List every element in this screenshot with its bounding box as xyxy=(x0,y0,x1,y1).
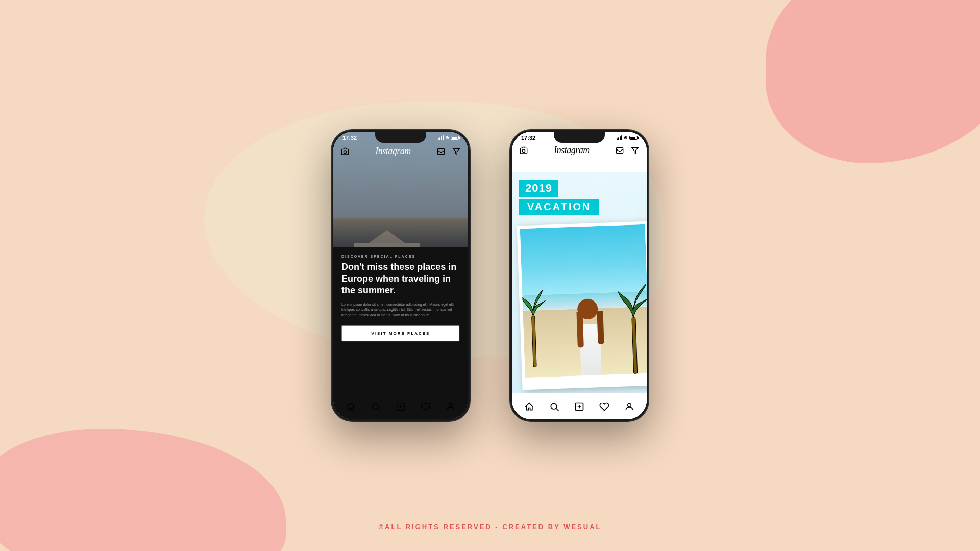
svg-point-4 xyxy=(373,403,379,409)
polaroid-photo xyxy=(517,221,647,390)
body-text: Lorem ipsum dolor sit amet, consectetur … xyxy=(341,302,460,318)
phone-1-inner: 17:32 ⊛ xyxy=(333,132,468,419)
phone-1-notch xyxy=(375,132,426,143)
phones-container: 17:32 ⊛ xyxy=(332,130,648,421)
camera-icon-2[interactable] xyxy=(519,146,528,155)
svg-line-5 xyxy=(378,408,380,411)
bg-blob-bottom-left xyxy=(0,429,286,551)
phone-2-ig-header: Instagram xyxy=(512,142,647,160)
battery-icon xyxy=(451,136,459,140)
phone-2-content: 17:32 ⊛ xyxy=(512,132,647,419)
svg-point-1 xyxy=(344,151,346,153)
heart-nav-icon-1[interactable] xyxy=(420,401,431,412)
bg-blob-top-right xyxy=(766,0,980,163)
svg-marker-3 xyxy=(453,148,459,154)
svg-rect-10 xyxy=(520,148,527,154)
wifi-icon-2: ⊛ xyxy=(624,135,628,140)
visit-more-places-button[interactable]: VISIT MORE PLACES xyxy=(341,325,460,342)
svg-point-11 xyxy=(522,149,525,152)
svg-point-21 xyxy=(627,403,631,407)
svg-line-17 xyxy=(556,408,559,411)
svg-point-9 xyxy=(449,403,452,407)
phone-2-header-icons xyxy=(615,146,640,155)
phone-1-content: 17:32 ⊛ xyxy=(333,132,468,419)
instagram-logo-2: Instagram xyxy=(554,145,590,156)
vacation-badge: VACATION xyxy=(519,199,599,215)
add-nav-icon-1[interactable] xyxy=(395,401,406,412)
vacation-content: 2019 VACATION xyxy=(512,172,647,393)
filter-icon-1[interactable] xyxy=(452,147,461,156)
instagram-logo-1: Instagram xyxy=(375,146,411,157)
filter-icon-2[interactable] xyxy=(630,146,640,155)
phone-1-bottom-nav xyxy=(333,393,468,419)
year-badge: 2019 xyxy=(519,180,558,197)
phone-2-bottom-nav xyxy=(512,393,647,419)
phone-2-status-icons: ⊛ xyxy=(617,135,638,140)
phone-2-time: 17:32 xyxy=(521,135,535,141)
svg-rect-2 xyxy=(437,148,444,154)
palm-right xyxy=(616,277,647,374)
battery-icon-2 xyxy=(629,136,638,140)
svg-rect-14 xyxy=(532,316,536,367)
discover-label: DISCOVER SPECIAL PLACES xyxy=(341,255,460,258)
phone-1-status-icons: ⊛ xyxy=(438,135,459,140)
footer-text: ©ALL RIGHTS RESERVED - CREATED BY WESUAL xyxy=(378,523,601,531)
phone-1: 17:32 ⊛ xyxy=(332,130,470,421)
wifi-icon: ⊛ xyxy=(445,135,449,140)
signal-icon xyxy=(438,135,444,140)
phone-2-inner: 17:32 ⊛ xyxy=(512,132,647,419)
search-nav-icon-2[interactable] xyxy=(549,401,560,412)
phone-1-ig-header: Instagram xyxy=(333,143,468,161)
svg-rect-15 xyxy=(632,318,638,374)
svg-rect-12 xyxy=(616,147,623,153)
palm-left xyxy=(520,285,550,368)
phone-2-notch xyxy=(554,132,605,143)
home-nav-icon-1[interactable] xyxy=(345,401,356,412)
svg-point-16 xyxy=(551,403,557,409)
heart-nav-icon-2[interactable] xyxy=(599,401,610,412)
profile-nav-icon-1[interactable] xyxy=(445,401,456,412)
search-nav-icon-1[interactable] xyxy=(370,401,381,412)
phone-1-time: 17:32 xyxy=(342,135,357,141)
svg-rect-0 xyxy=(341,149,348,155)
profile-nav-icon-2[interactable] xyxy=(624,401,635,412)
main-heading: Don't miss these places in Europe when t… xyxy=(341,261,460,297)
phone-1-header-icons xyxy=(436,147,461,156)
camera-icon[interactable] xyxy=(340,147,350,156)
polaroid-image xyxy=(520,224,647,378)
person-figure xyxy=(571,296,609,376)
home-nav-icon-2[interactable] xyxy=(524,401,535,412)
direct-icon-2[interactable] xyxy=(615,146,624,155)
svg-marker-13 xyxy=(632,147,638,153)
phone-2: 17:32 ⊛ xyxy=(510,130,648,421)
add-nav-icon-2[interactable] xyxy=(574,401,585,412)
direct-icon-1[interactable] xyxy=(436,147,446,156)
signal-icon-2 xyxy=(617,135,622,140)
